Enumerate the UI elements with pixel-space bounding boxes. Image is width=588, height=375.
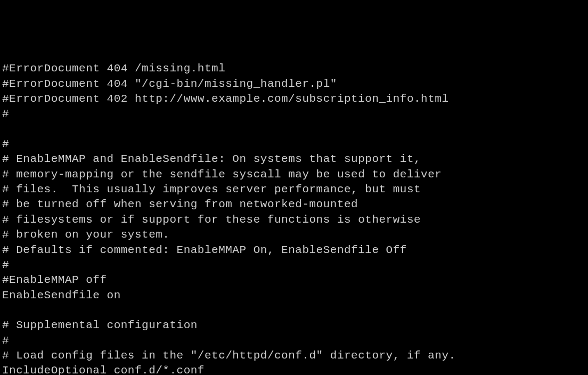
config-line: # broken on your system. <box>2 227 586 242</box>
terminal-editor[interactable]: #ErrorDocument 404 /missing.html#ErrorDo… <box>2 61 586 375</box>
config-line <box>2 122 586 137</box>
config-line: # files. This usually improves server pe… <box>2 182 586 197</box>
config-line: # <box>2 137 586 152</box>
config-line: # EnableMMAP and EnableSendfile: On syst… <box>2 152 586 167</box>
config-line: IncludeOptional conf.d/*.conf <box>2 363 586 375</box>
config-line <box>2 303 586 318</box>
config-line: EnableSendfile on <box>2 288 586 303</box>
config-line: #ErrorDocument 404 "/cgi-bin/missing_han… <box>2 77 586 92</box>
config-line: # memory-mapping or the sendfile syscall… <box>2 167 586 182</box>
config-line: # Supplemental configuration <box>2 318 586 333</box>
config-line: # <box>2 333 586 348</box>
config-line: #ErrorDocument 404 /missing.html <box>2 61 586 76</box>
config-line: # be turned off when serving from networ… <box>2 197 586 212</box>
config-line: #EnableMMAP off <box>2 273 586 288</box>
config-line: # filesystems or if support for these fu… <box>2 213 586 227</box>
config-line: # <box>2 258 586 273</box>
config-line: # Load config files in the "/etc/httpd/c… <box>2 348 586 363</box>
config-line: # <box>2 107 586 121</box>
config-line: # Defaults if commented: EnableMMAP On, … <box>2 243 586 258</box>
config-line: #ErrorDocument 402 http://www.example.co… <box>2 92 586 107</box>
